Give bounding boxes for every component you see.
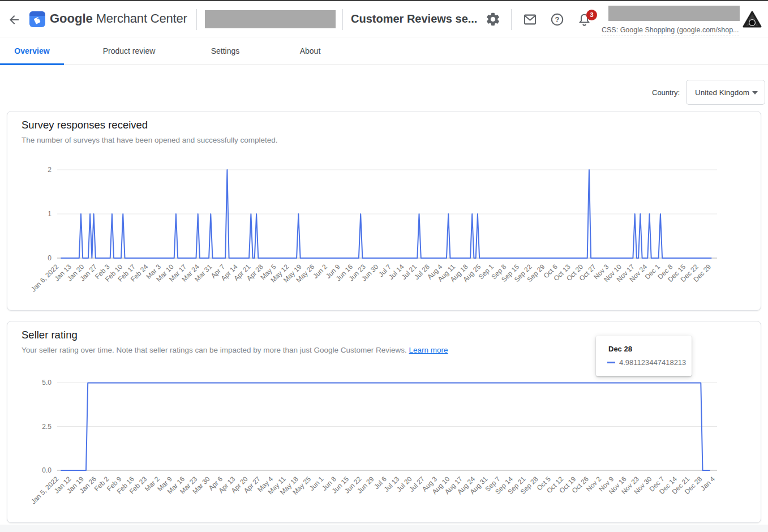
merchant-center-logo-icon[interactable] xyxy=(29,11,45,27)
seller-card-title: Seller rating xyxy=(22,329,78,341)
tab-settings-label: Settings xyxy=(211,46,240,55)
merchant-center-page: Google Merchant Center Customer Reviews … xyxy=(0,0,768,532)
redacted-account-name xyxy=(608,6,740,21)
avatar[interactable] xyxy=(742,10,762,31)
svg-text:2: 2 xyxy=(48,166,52,174)
tooltip-value-row: 4.981123447418213 xyxy=(607,358,686,367)
seller-card-subtitle-text: Your seller rating over time. Note that … xyxy=(22,346,409,354)
account-css-label[interactable]: CSS: Google Shopping (google.com/shop... xyxy=(602,26,739,36)
tab-product-review[interactable]: Product review xyxy=(64,37,194,65)
settings-gear-icon[interactable] xyxy=(484,11,501,28)
tab-product-review-label: Product review xyxy=(103,46,156,55)
divider xyxy=(511,9,512,30)
tab-overview-label: Overview xyxy=(14,46,49,55)
svg-text:?: ? xyxy=(555,15,559,24)
tab-bar: Overview Product review Settings About xyxy=(0,37,768,65)
svg-text:Jan 4: Jan 4 xyxy=(699,475,716,492)
chart-tooltip: Dec 28 4.981123447418213 xyxy=(596,336,692,376)
top-app-bar: Google Merchant Center Customer Reviews … xyxy=(0,1,768,37)
svg-text:2.5: 2.5 xyxy=(42,423,52,431)
back-arrow-icon[interactable] xyxy=(7,13,22,28)
tab-about[interactable]: About xyxy=(256,37,364,65)
seller-rating-chart[interactable]: 0.02.55.0Jan 5, 2022Jan 12Jan 19Jan 26Fe… xyxy=(7,375,762,517)
tab-about-label: About xyxy=(300,46,321,55)
country-dropdown-value: United Kingdom xyxy=(695,88,749,97)
country-label: Country: xyxy=(652,88,680,97)
learn-more-link[interactable]: Learn more xyxy=(409,346,448,354)
survey-responses-chart[interactable]: 012Jan 6, 2022Jan 13Jan 20Jan 27Feb 3Feb… xyxy=(7,165,762,307)
divider xyxy=(342,9,343,30)
survey-responses-card: Survey responses received The number of … xyxy=(7,111,761,311)
brand-google: Google xyxy=(50,11,93,25)
redacted-merchant-name xyxy=(205,10,336,28)
brand-title: Google Merchant Center xyxy=(50,11,187,26)
page-title: Customer Reviews se... xyxy=(351,12,477,25)
seller-card-subtitle: Your seller rating over time. Note that … xyxy=(22,346,448,354)
help-icon[interactable]: ? xyxy=(548,12,565,29)
active-tab-underline xyxy=(0,63,64,65)
svg-text:Jun 2: Jun 2 xyxy=(311,263,329,280)
divider xyxy=(196,9,197,30)
survey-card-title: Survey responses received xyxy=(22,119,148,131)
tooltip-date: Dec 28 xyxy=(608,345,632,353)
notification-count-badge: 3 xyxy=(586,10,597,20)
mail-icon[interactable] xyxy=(521,12,538,29)
tooltip-value: 4.981123447418213 xyxy=(619,358,686,367)
country-dropdown[interactable]: United Kingdom xyxy=(686,80,765,105)
brand-merchant-center: Merchant Center xyxy=(93,11,187,25)
tab-settings[interactable]: Settings xyxy=(194,37,256,65)
svg-text:0.0: 0.0 xyxy=(42,466,52,474)
page-bottom-strip xyxy=(0,525,768,532)
svg-text:1: 1 xyxy=(48,210,52,218)
series-color-dash xyxy=(607,362,615,363)
survey-card-subtitle: The number of surveys that have been ope… xyxy=(22,136,278,144)
svg-text:5.0: 5.0 xyxy=(42,379,52,387)
tab-overview[interactable]: Overview xyxy=(0,37,64,65)
svg-text:0: 0 xyxy=(48,254,52,262)
chevron-down-icon xyxy=(752,91,758,95)
